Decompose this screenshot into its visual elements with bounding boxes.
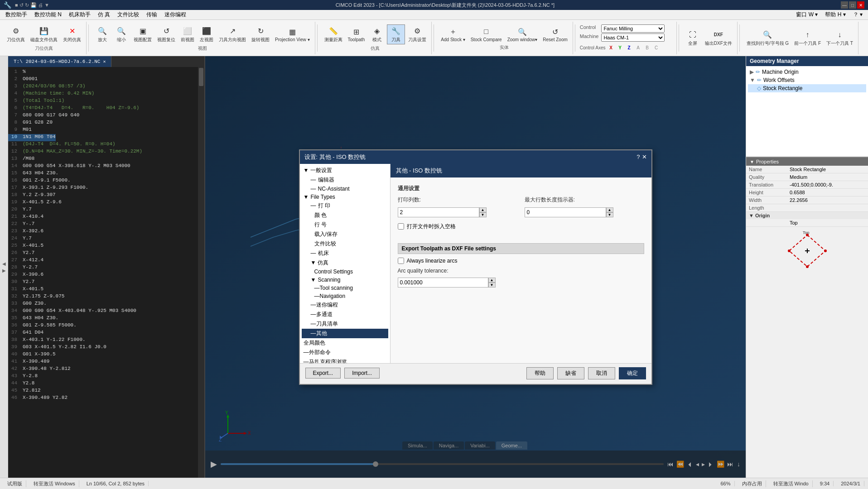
btn-zoom-in[interactable]: 🔍放大 [93, 24, 111, 44]
btn-front-view[interactable]: ⬜前视图 [178, 24, 197, 44]
dtree-color[interactable]: 颜 色 [302, 211, 388, 220]
max-line-up[interactable]: ▲ [606, 207, 613, 212]
max-line-down[interactable]: ▼ [606, 212, 613, 217]
axis-z[interactable]: Z [626, 44, 633, 51]
btn-fullscreen[interactable]: ⛶全屏 [684, 28, 702, 48]
print-copies-up[interactable]: ▲ [479, 207, 487, 212]
export-btn[interactable]: Export... [305, 368, 341, 379]
print-copies-down[interactable]: ▼ [479, 212, 487, 217]
btn-stock-compare[interactable]: □Stock Compare [468, 25, 504, 43]
window-controls[interactable]: — □ ✕ [841, 1, 864, 9]
btn-left-view[interactable]: ⬛左视图 [198, 24, 216, 44]
btn-view-reset[interactable]: ↺视图复位 [155, 24, 178, 44]
scroll-thumb[interactable] [199, 68, 203, 86]
dtree-scanning[interactable]: ▼Scanning [302, 276, 388, 284]
dtree-other[interactable]: —其他 [302, 329, 388, 338]
dtree-general[interactable]: ▼一般设置 [302, 166, 388, 175]
dtree-nc-assistant[interactable]: —NC-Assistant [302, 185, 388, 193]
dtree-linenum[interactable]: 行 号 [302, 220, 388, 230]
dialog-close-btn[interactable]: ✕ [642, 153, 647, 160]
dtree-control-settings[interactable]: Control Settings [302, 268, 388, 276]
dialog-help-btn[interactable]: ? [637, 153, 640, 160]
cancel-btn[interactable]: 取消 [588, 367, 615, 379]
dtree-load-save[interactable]: 载入/保存 [302, 230, 388, 239]
help-btn[interactable]: 帮助 [526, 367, 554, 379]
arc-quality-down[interactable]: ▼ [488, 283, 496, 288]
btn-view-config[interactable]: ▣视图配置 [131, 24, 154, 44]
code-content[interactable]: 1% 2O0001 3(2024/03/06 08:57 /3) 4(Machi… [8, 67, 204, 404]
dialog-tree[interactable]: ▼一般设置 —编辑器 —NC-Assistant ▼File Types —打 … [300, 164, 391, 363]
menu-simulation[interactable]: 仿 真 [94, 10, 114, 19]
dtree-multi-channel[interactable]: —多通道 [302, 310, 388, 319]
nav-next[interactable]: ▶ [2, 268, 6, 273]
dtree-tool-list[interactable]: —刀具清单 [302, 319, 388, 329]
btn-close-sim[interactable]: ✕ 关闭仿真 [61, 24, 83, 44]
close-btn[interactable]: ✕ [857, 1, 864, 9]
arc-quality-up[interactable]: ▲ [488, 278, 496, 283]
axis-x[interactable]: X [608, 44, 615, 51]
btn-tool-dir-view[interactable]: ↗刀具方向视图 [217, 24, 248, 44]
dtree-tool-scanning[interactable]: —Tool scanning [302, 284, 388, 292]
scrollbar[interactable] [198, 67, 204, 478]
ok-btn[interactable]: 确定 [619, 367, 646, 379]
btn-toolpath[interactable]: ⊞Toolpath [346, 25, 367, 43]
max-line-input[interactable] [525, 207, 606, 217]
dialog-controls[interactable]: ? ✕ [637, 153, 646, 160]
btn-mode[interactable]: ◈模式 [368, 24, 386, 44]
tree-work-offsets[interactable]: ▼ ✏ Work Offsets [748, 76, 866, 84]
btn-next-tool[interactable]: ↓下一个刀具 T [824, 28, 855, 48]
menu-window[interactable]: 窗口 W ▾ [792, 10, 821, 19]
btn-tool-sim[interactable]: ⚙ 刀位仿真 [5, 24, 27, 44]
print-copies-input[interactable] [398, 207, 479, 217]
dtree-sim[interactable]: ▼仿真 [302, 258, 388, 268]
btn-zoom-window[interactable]: 🔍Zoom window▾ [505, 25, 540, 43]
btn-measure[interactable]: 📏测量距离 [322, 24, 345, 44]
dtree-mazak[interactable]: —马扎克程序浏览 [302, 357, 388, 363]
btn-disk-sim[interactable]: 💾 磁盘文件仿真 [28, 24, 60, 44]
maximize-btn[interactable]: □ [849, 1, 856, 9]
dtree-editor[interactable]: —编辑器 [302, 175, 388, 185]
dtree-global-color[interactable]: 全局颜色 [302, 338, 388, 348]
nav-prev[interactable]: ◀ [2, 261, 6, 266]
defaults-btn[interactable]: 缺省 [557, 367, 584, 379]
btn-goto-line[interactable]: 🔍查找到行号/字号段 G [744, 28, 791, 48]
code-editor[interactable]: T:\ 2024-03-05-HDDJ-7a.6.2.NC ✕ 1% 2O000… [8, 56, 205, 478]
btn-prev-tool[interactable]: ↑前一个刀具 F [792, 28, 823, 48]
menu-nc-assistant[interactable]: 数控助手 [2, 10, 31, 19]
geometry-tree[interactable]: ▶ ✏ Machine Origin ▼ ✏ Work Offsets ◇ St… [746, 66, 868, 157]
control-select[interactable]: Fanuc Milling [601, 24, 665, 33]
dtree-machine[interactable]: —机床 [302, 249, 388, 258]
menu-file-compare[interactable]: 文件比较 [114, 10, 143, 19]
menu-transfer[interactable]: 传输 [143, 10, 161, 19]
btn-zoom-out[interactable]: 🔍缩小 [112, 24, 130, 44]
arc-quality-input[interactable] [398, 278, 488, 288]
machine-select[interactable]: Haas CM-1 [601, 34, 665, 42]
btn-reset-zoom[interactable]: ↺Reset Zoom [540, 25, 569, 43]
btn-tool[interactable]: 🔧刀具 [387, 24, 405, 44]
btn-rotate-view[interactable]: ↻旋转视图 [249, 24, 272, 44]
viewport[interactable]: X Y Z ▶ ⏮ ⏪ ⏴ ◂ ▸ ⏵ ⏩ [205, 56, 746, 478]
open-file-checkbox[interactable] [398, 223, 404, 230]
btn-export-dxf[interactable]: DXF输出DXF文件 [703, 28, 734, 48]
menu-search[interactable]: ？ ▾ [849, 10, 866, 19]
menu-nc-function[interactable]: 数控功能 N [31, 10, 65, 19]
axis-c[interactable]: C [653, 44, 660, 51]
menu-help[interactable]: 帮助 H ▾ [821, 10, 849, 19]
import-btn[interactable]: Import... [344, 368, 380, 379]
btn-tool-settings[interactable]: ⚙刀具设置 [406, 24, 429, 44]
menu-mini-program[interactable]: 迷你编程 [161, 10, 190, 19]
menu-machine-assistant[interactable]: 机床助手 [65, 10, 94, 19]
code-tab-main[interactable]: T:\ 2024-03-05-HDDJ-7a.6.2.NC ✕ [8, 56, 111, 67]
dtree-mini-prog[interactable]: —迷你编程 [302, 300, 388, 310]
dtree-print[interactable]: —打 印 [302, 201, 388, 211]
btn-add-stock[interactable]: ＋Add Stock ▾ [439, 25, 467, 43]
dtree-file-compare[interactable]: 文件比较 [302, 239, 388, 249]
dtree-file-types[interactable]: ▼File Types [302, 193, 388, 201]
dtree-ext-cmd[interactable]: —外部命令 [302, 348, 388, 357]
minimize-btn[interactable]: — [841, 1, 848, 9]
axis-y[interactable]: Y [617, 44, 624, 51]
tree-machine-origin[interactable]: ▶ ✏ Machine Origin [748, 68, 866, 76]
dtree-navigation[interactable]: —Navigation [302, 292, 388, 300]
tab-close[interactable]: ✕ [103, 59, 106, 64]
arcs-checkbox[interactable] [398, 258, 404, 264]
